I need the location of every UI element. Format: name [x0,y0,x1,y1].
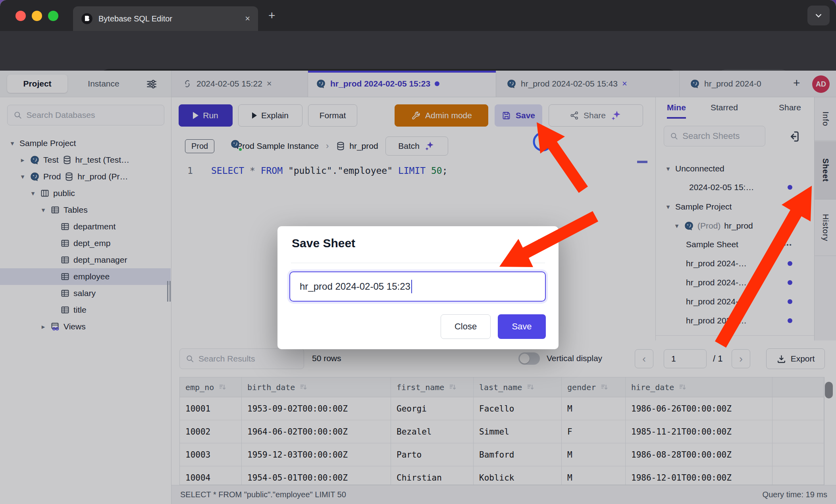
new-tab-icon[interactable]: + [268,9,275,22]
browser-toolbar: localhost:8080/sql-editor/prod-sample-in… [0,31,836,71]
browser-tab-title: Bytebase SQL Editor [98,14,239,23]
dialog-close-icon[interactable]: × [537,234,545,250]
traffic-light-zoom[interactable] [48,11,58,21]
dialog-divider [291,263,545,263]
text-cursor [411,280,412,293]
browser-titlebar: Bytebase SQL Editor × + [0,0,836,31]
browser-tab[interactable]: Bytebase SQL Editor × [73,6,258,31]
traffic-light-close[interactable] [15,11,26,21]
save-sheet-dialog: Save Sheet × hr_prod 2024-02-05 15:23 Cl… [277,226,559,349]
chevron-down-icon [813,10,824,21]
dialog-close-button[interactable]: Close [441,314,491,339]
sheet-name-input[interactable]: hr_prod 2024-02-05 15:23 [289,271,546,302]
dialog-title: Save Sheet [292,237,355,250]
browser-window: Bytebase SQL Editor × + localhost:8080/s… [0,0,836,504]
traffic-light-minimize[interactable] [32,11,42,21]
tab-search-button[interactable] [807,6,830,25]
browser-tab-close-icon[interactable]: × [245,13,250,24]
dialog-save-button[interactable]: Save [498,314,546,339]
bytebase-favicon [81,13,93,25]
